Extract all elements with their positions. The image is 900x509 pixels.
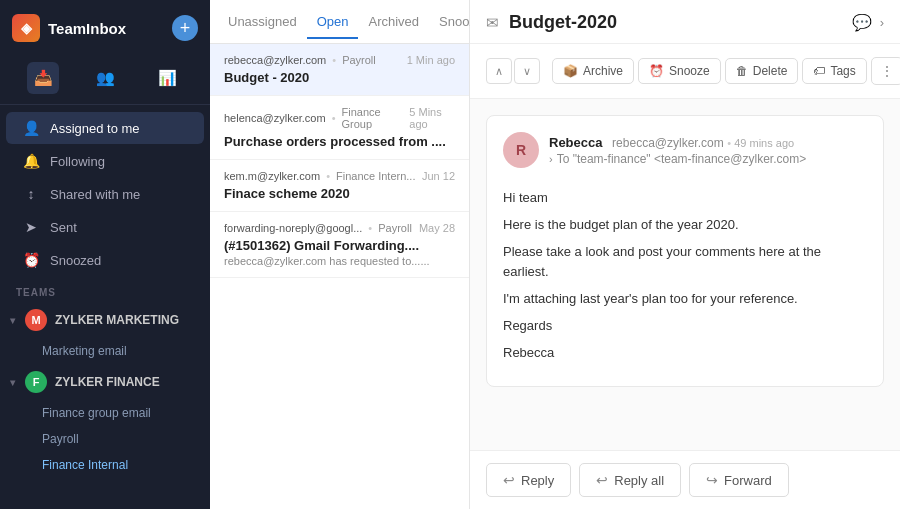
tags-button[interactable]: 🏷 Tags	[802, 58, 866, 84]
email-sender-3: kem.m@zylker.com	[224, 170, 320, 182]
sent-icon: ➤	[22, 219, 40, 235]
sidebar-item-finance-group[interactable]: Finance group email	[0, 400, 210, 426]
sidebar: ◈ TeamInbox + 📥 👥 📊 👤 Assigned to me 🔔 F…	[0, 0, 210, 509]
reply-icon: ↩	[503, 472, 515, 488]
sidebar-item-label-following: Following	[50, 154, 105, 169]
add-button[interactable]: +	[172, 15, 198, 41]
team-finance-header[interactable]: ▾ F ZYLKER FINANCE	[0, 364, 210, 400]
sidebar-icon-inbox[interactable]: 📥	[27, 62, 59, 94]
message-time: 49 mins ago	[734, 137, 794, 149]
reply-all-button[interactable]: ↩ Reply all	[579, 463, 681, 497]
email-subject-1: Budget - 2020	[224, 70, 455, 85]
sidebar-item-marketing-email[interactable]: Marketing email	[0, 338, 210, 364]
email-meta-4: forwarding-noreply@googl... • Payroll Ma…	[224, 222, 455, 234]
expand-icon[interactable]: ›	[880, 15, 884, 30]
sidebar-item-finance-internal[interactable]: Finance Internal	[0, 452, 210, 478]
forward-label: Forward	[724, 473, 772, 488]
snooze-button[interactable]: ⏰ Snooze	[638, 58, 721, 84]
email-item-4[interactable]: forwarding-noreply@googl... • Payroll Ma…	[210, 212, 469, 278]
expand-down-icon: ›	[549, 153, 553, 165]
message-line-3: Here is the budget plan of the year 2020…	[503, 215, 867, 236]
email-preview-4: rebecca@zylker.com has requested to.....…	[224, 255, 455, 267]
snooze-icon: ⏰	[649, 64, 664, 78]
nav-up-button[interactable]: ∧	[486, 58, 512, 84]
sidebar-item-payroll[interactable]: Payroll	[0, 426, 210, 452]
tags-label: Tags	[830, 64, 855, 78]
archive-button[interactable]: 📦 Archive	[552, 58, 634, 84]
nav-down-button[interactable]: ∨	[514, 58, 540, 84]
sender-email: rebecca@zylker.com	[612, 136, 724, 150]
reply-label: Reply	[521, 473, 554, 488]
sidebar-item-following[interactable]: 🔔 Following	[6, 145, 204, 177]
message-line-9: Rebecca	[503, 343, 867, 364]
sender-name: Rebecca	[549, 135, 602, 150]
email-subject-3: Finace scheme 2020	[224, 186, 455, 201]
archive-icon: 📦	[563, 64, 578, 78]
tab-open[interactable]: Open	[307, 6, 359, 39]
to-line: To "team-finance" <team-finance@zylker.c…	[557, 152, 806, 166]
email-tag-1: Payroll	[342, 54, 376, 66]
email-meta-3: kem.m@zylker.com • Finance Intern... Jun…	[224, 170, 455, 182]
logo-icon: ◈	[12, 14, 40, 42]
email-sender-4: forwarding-noreply@googl...	[224, 222, 362, 234]
detail-body: R Rebecca rebecca@zylker.com • 49 mins a…	[470, 99, 900, 450]
archive-label: Archive	[583, 64, 623, 78]
forward-button[interactable]: ↪ Forward	[689, 463, 789, 497]
sidebar-icon-reports[interactable]: 📊	[151, 62, 183, 94]
email-tag-4: Payroll	[378, 222, 412, 234]
message-expand[interactable]: › To "team-finance" <team-finance@zylker…	[549, 152, 867, 166]
detail-panel: ✉ Budget-2020 💬 › ∧ ∨ 📦 Archive ⏰ Snooze…	[470, 0, 900, 509]
avatar: R	[503, 132, 539, 168]
tab-unassigned[interactable]: Unassigned	[218, 6, 307, 39]
email-list-panel: Unassigned Open Archived Snoozed ⋯ 🔍 reb…	[210, 0, 470, 509]
tab-archived[interactable]: Archived	[358, 6, 429, 39]
bell-icon: 🔔	[22, 153, 40, 169]
chevron-down-icon-2: ▾	[10, 377, 15, 388]
envelope-icon: ✉	[486, 14, 499, 32]
sidebar-item-label-assigned: Assigned to me	[50, 121, 140, 136]
email-meta-1: rebecca@zylker.com • Payroll 1 Min ago	[224, 54, 455, 66]
shared-icon: ↕	[22, 186, 40, 202]
message-header: R Rebecca rebecca@zylker.com • 49 mins a…	[503, 132, 867, 168]
reply-button[interactable]: ↩ Reply	[486, 463, 571, 497]
teams-section-label: TEAMS	[0, 277, 210, 302]
detail-title-row: ✉ Budget-2020	[486, 12, 844, 33]
email-tag-2: Finance Group	[342, 106, 404, 130]
email-subject-4: (#1501362) Gmail Forwarding....	[224, 238, 455, 253]
sidebar-item-label-shared: Shared with me	[50, 187, 140, 202]
chat-icon[interactable]: 💬	[852, 13, 872, 32]
sidebar-subitem-label-payroll: Payroll	[42, 432, 79, 446]
toolbar-more-button[interactable]: ⋮	[871, 57, 900, 85]
delete-button[interactable]: 🗑 Delete	[725, 58, 799, 84]
sidebar-header: ◈ TeamInbox +	[0, 0, 210, 56]
reply-all-label: Reply all	[614, 473, 664, 488]
sidebar-item-sent[interactable]: ➤ Sent	[6, 211, 204, 243]
email-tag-3: Finance Intern...	[336, 170, 416, 182]
sidebar-item-assigned[interactable]: 👤 Assigned to me	[6, 112, 204, 144]
email-time-1: 1 Min ago	[407, 54, 455, 66]
sidebar-item-shared[interactable]: ↕ Shared with me	[6, 178, 204, 210]
detail-header: ✉ Budget-2020 💬 ›	[470, 0, 900, 44]
sidebar-item-snoozed[interactable]: ⏰ Snoozed	[6, 244, 204, 276]
message-line-1: Hi team	[503, 188, 867, 209]
app-name: TeamInbox	[48, 20, 126, 37]
detail-footer: ↩ Reply ↩ Reply all ↪ Forward	[470, 450, 900, 509]
email-item-1[interactable]: rebecca@zylker.com • Payroll 1 Min ago B…	[210, 44, 469, 96]
email-sender-1: rebecca@zylker.com	[224, 54, 326, 66]
sidebar-nav: 👤 Assigned to me 🔔 Following ↕ Shared wi…	[0, 105, 210, 509]
email-item-2[interactable]: helenca@zylker.com • Finance Group 5 Min…	[210, 96, 469, 160]
message-sender-info: Rebecca rebecca@zylker.com • 49 mins ago…	[549, 135, 867, 166]
email-time-4: May 28	[419, 222, 455, 234]
sidebar-icon-row: 📥 👥 📊	[0, 56, 210, 105]
delete-label: Delete	[753, 64, 788, 78]
team-marketing-name: ZYLKER MARKETING	[55, 313, 179, 327]
team-marketing-header[interactable]: ▾ M ZYLKER MARKETING	[0, 302, 210, 338]
snooze-label: Snooze	[669, 64, 710, 78]
email-item-3[interactable]: kem.m@zylker.com • Finance Intern... Jun…	[210, 160, 469, 212]
sidebar-icon-contacts[interactable]: 👥	[89, 62, 121, 94]
team-finance-avatar: F	[25, 371, 47, 393]
person-icon: 👤	[22, 120, 40, 136]
detail-title: Budget-2020	[509, 12, 617, 33]
email-subject-2: Purchase orders processed from ....	[224, 134, 455, 149]
sidebar-item-label-snoozed: Snoozed	[50, 253, 101, 268]
